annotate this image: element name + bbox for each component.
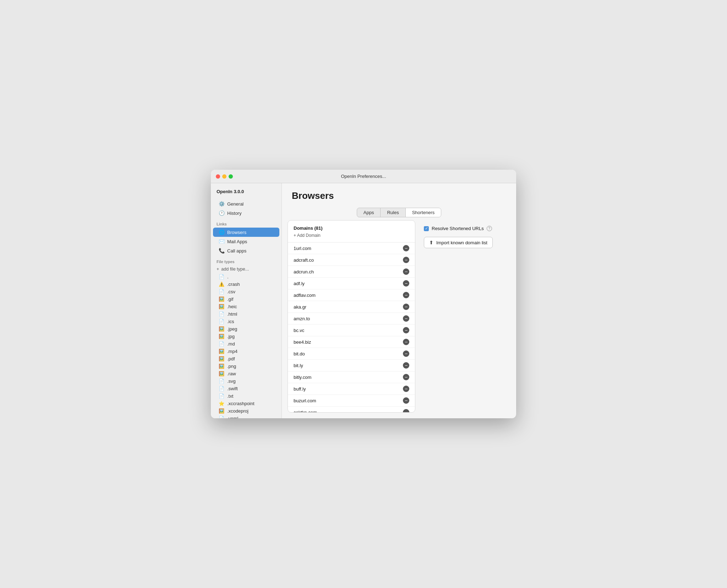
sidebar-item-xccrashpoint[interactable]: ⭐ .xccrashpoint bbox=[213, 400, 279, 407]
sidebar-item-heic[interactable]: 🖼️ .heic bbox=[213, 303, 279, 310]
file-type-label: .yaml bbox=[227, 416, 238, 418]
file-type-label: .gif bbox=[227, 296, 233, 302]
remove-domain-button[interactable]: − bbox=[403, 397, 409, 404]
remove-domain-button[interactable]: − bbox=[403, 268, 409, 275]
traffic-lights bbox=[216, 174, 233, 179]
sidebar-item-xcodeproj[interactable]: 🖼️ .xcodeproj bbox=[213, 407, 279, 415]
file-icon: 📄 bbox=[219, 393, 224, 399]
file-type-label: .mp4 bbox=[227, 349, 237, 354]
image-icon: 🖼️ bbox=[219, 364, 224, 369]
tab-apps[interactable]: Apps bbox=[357, 208, 381, 217]
content-area: OpenIn 3.0.0 ⚙️ General 🕐 History Links … bbox=[211, 183, 516, 418]
sidebar-item-ics[interactable]: 📄 .ics bbox=[213, 318, 279, 325]
file-type-label: .csv bbox=[227, 289, 235, 294]
remove-domain-button[interactable]: − bbox=[403, 409, 409, 412]
image-icon: 🖼️ bbox=[219, 371, 224, 376]
sidebar-item-yaml[interactable]: 📄 .yaml bbox=[213, 415, 279, 418]
import-label: Import known domain list bbox=[436, 240, 487, 245]
remove-domain-button[interactable]: − bbox=[403, 245, 409, 251]
remove-domain-button[interactable]: − bbox=[403, 339, 409, 345]
main-body: Domains (81) + Add Domain 1url.com−adcra… bbox=[282, 220, 516, 418]
sidebar-item-html[interactable]: 📄 .html bbox=[213, 310, 279, 318]
list-item: adf.ly− bbox=[288, 278, 415, 289]
list-item: adcrun.ch− bbox=[288, 266, 415, 278]
sidebar-item-crash[interactable]: ⚠️ .crash bbox=[213, 281, 279, 288]
remove-domain-button[interactable]: − bbox=[403, 304, 409, 310]
list-item: bit.do− bbox=[288, 348, 415, 360]
file-type-label: . bbox=[227, 274, 229, 279]
remove-domain-button[interactable]: − bbox=[403, 315, 409, 322]
domain-name: amzn.to bbox=[294, 316, 310, 321]
file-type-label: .png bbox=[227, 364, 236, 369]
add-domain-button[interactable]: + Add Domain bbox=[294, 231, 321, 239]
sidebar-item-csv[interactable]: 📄 .csv bbox=[213, 288, 279, 295]
remove-domain-button[interactable]: − bbox=[403, 292, 409, 298]
history-icon: 🕐 bbox=[219, 210, 224, 216]
list-item: buff.ly− bbox=[288, 383, 415, 395]
sidebar-item-gif[interactable]: 🖼️ .gif bbox=[213, 295, 279, 303]
sidebar-item-jpeg[interactable]: 🖼️ .jpeg bbox=[213, 325, 279, 333]
maximize-button[interactable] bbox=[229, 174, 233, 179]
file-type-label: .ics bbox=[227, 319, 234, 324]
sidebar-item-history[interactable]: 🕐 History bbox=[213, 208, 279, 218]
domains-title: Domains (81) bbox=[294, 225, 409, 231]
sidebar-item-md[interactable]: 📄 .md bbox=[213, 340, 279, 348]
star-icon: ⭐ bbox=[219, 401, 224, 406]
image-icon: 🖼️ bbox=[219, 408, 224, 414]
image-icon: 🖼️ bbox=[219, 349, 224, 354]
file-icon: 📄 bbox=[219, 311, 224, 317]
remove-domain-button[interactable]: − bbox=[403, 386, 409, 392]
sidebar-item-mp4[interactable]: 🖼️ .mp4 bbox=[213, 348, 279, 355]
sidebar-item-jpg[interactable]: 🖼️ .jpg bbox=[213, 333, 279, 340]
remove-domain-button[interactable]: − bbox=[403, 374, 409, 380]
main-header: Browsers bbox=[282, 183, 516, 205]
image-icon: 🖼️ bbox=[219, 356, 224, 361]
file-type-label: .raw bbox=[227, 371, 236, 376]
domain-name: buff.ly bbox=[294, 386, 306, 392]
remove-domain-button[interactable]: − bbox=[403, 257, 409, 263]
sidebar-item-dot[interactable]: 📄 . bbox=[213, 273, 279, 281]
sidebar-item-browsers[interactable]: 🌐 Browsers bbox=[213, 228, 279, 237]
links-section-label: Links bbox=[211, 218, 281, 228]
app-name: OpenIn 3.0.0 bbox=[211, 189, 281, 199]
file-icon: 📄 bbox=[219, 341, 224, 347]
close-button[interactable] bbox=[216, 174, 220, 179]
sidebar-item-call-apps[interactable]: 📞 Call apps bbox=[213, 246, 279, 255]
main-window: OpenIn Preferences... OpenIn 3.0.0 ⚙️ Ge… bbox=[211, 170, 516, 418]
sidebar-item-swift[interactable]: 📄 .swift bbox=[213, 385, 279, 392]
main-content: Browsers Apps Rules Shorteners Domains (… bbox=[282, 183, 516, 418]
add-file-type-button[interactable]: + add file type... bbox=[211, 265, 255, 273]
minimize-button[interactable] bbox=[222, 174, 226, 179]
file-types-section-label: File types bbox=[211, 255, 281, 265]
tabs-row: Apps Rules Shorteners bbox=[282, 205, 516, 220]
remove-domain-button[interactable]: − bbox=[403, 362, 409, 369]
domain-name: bit.ly bbox=[294, 363, 303, 368]
tab-rules[interactable]: Rules bbox=[381, 208, 405, 217]
file-type-label: .svg bbox=[227, 379, 236, 384]
sidebar-item-svg[interactable]: 📄 .svg bbox=[213, 377, 279, 385]
list-item: bc.vc− bbox=[288, 325, 415, 336]
import-button[interactable]: ⬆ Import known domain list bbox=[424, 237, 493, 248]
remove-domain-button[interactable]: − bbox=[403, 350, 409, 357]
tab-group: Apps Rules Shorteners bbox=[357, 208, 441, 217]
list-item: cektkp.com− bbox=[288, 407, 415, 412]
sidebar-item-label: General bbox=[227, 201, 244, 207]
tab-shorteners[interactable]: Shorteners bbox=[406, 208, 441, 217]
sidebar-item-pdf[interactable]: 🖼️ .pdf bbox=[213, 355, 279, 363]
right-panel: ✓ Resolve Shortened URLs ? ⬆ Import know… bbox=[415, 220, 510, 413]
sidebar-item-general[interactable]: ⚙️ General bbox=[213, 199, 279, 208]
file-type-label: .xccrashpoint bbox=[227, 401, 255, 406]
image-icon: 🖼️ bbox=[219, 296, 224, 302]
sidebar-item-raw[interactable]: 🖼️ .raw bbox=[213, 370, 279, 377]
help-icon[interactable]: ? bbox=[487, 226, 492, 231]
remove-domain-button[interactable]: − bbox=[403, 280, 409, 287]
remove-domain-button[interactable]: − bbox=[403, 327, 409, 333]
window-title: OpenIn Preferences... bbox=[341, 174, 386, 179]
file-type-label: .swift bbox=[227, 386, 238, 391]
domains-panel: Domains (81) + Add Domain 1url.com−adcra… bbox=[288, 220, 415, 413]
sidebar-item-mail-apps[interactable]: ✉️ Mail Apps bbox=[213, 237, 279, 246]
resolve-checkbox[interactable]: ✓ bbox=[424, 226, 429, 231]
list-item: amzn.to− bbox=[288, 313, 415, 325]
sidebar-item-txt[interactable]: 📄 .txt bbox=[213, 392, 279, 400]
sidebar-item-png[interactable]: 🖼️ .png bbox=[213, 363, 279, 370]
